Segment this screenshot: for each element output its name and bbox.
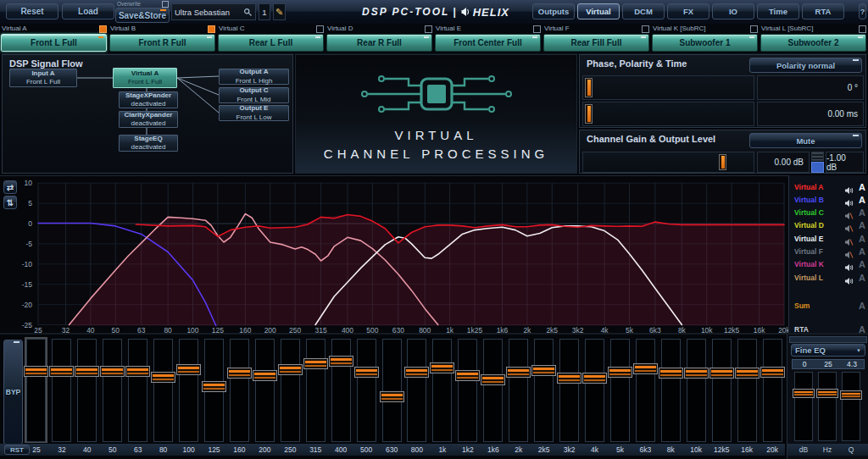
toolbar-button-outputs[interactable]: Outputs [532, 3, 575, 19]
legend-channel-name[interactable]: Virtual D [794, 221, 844, 230]
eq-band-track-40[interactable] [77, 339, 97, 442]
legend-sum-name[interactable]: Sum [794, 301, 856, 310]
channel-tab-subwoofer-1[interactable]: Subwoofer 1 [652, 34, 758, 52]
help-button[interactable]: ? [859, 3, 866, 19]
fine-eq-handle-db[interactable] [793, 389, 815, 398]
eq-band-handle-63[interactable] [125, 366, 150, 377]
eq-band-handle-630[interactable] [380, 391, 404, 402]
eq-band-track-3k2[interactable] [559, 339, 579, 442]
eq-band-handle-80[interactable] [151, 372, 175, 383]
channel-link-checkbox[interactable] [99, 25, 107, 33]
save-store-button[interactable]: Save&Store [115, 8, 170, 23]
mute-toggle-muted[interactable] [844, 247, 856, 256]
channel-tab-front-r-full[interactable]: Front R Full [109, 34, 215, 52]
eq-band-handle-800[interactable] [404, 367, 429, 378]
flow-output-box-2[interactable]: Output CFront L Mid [219, 87, 289, 103]
channel-tab-rear-l-full[interactable]: Rear L Full [218, 34, 324, 52]
solo-button[interactable]: A [856, 234, 865, 244]
channel-link-checkbox[interactable] [859, 25, 866, 33]
time-slider[interactable] [582, 102, 754, 126]
eq-band-track-1k6[interactable] [483, 339, 503, 442]
eq-band-handle-125[interactable] [202, 381, 226, 392]
legend-channel-name[interactable]: Virtual B [794, 196, 844, 204]
eq-band-track-20k[interactable] [763, 339, 782, 442]
eq-band-track-1k2[interactable] [458, 339, 477, 442]
mute-button[interactable]: Mute [749, 133, 862, 148]
eq-band-track-12k5[interactable] [712, 339, 732, 442]
channel-link-checkbox[interactable] [208, 25, 215, 33]
phase-slider-handle[interactable] [585, 78, 593, 97]
legend-channel-name[interactable]: Virtual E [794, 235, 844, 243]
eq-band-handle-400[interactable] [329, 356, 353, 367]
phase-slider[interactable] [582, 75, 754, 100]
eq-band-handle-2k5[interactable] [531, 365, 556, 376]
eq-band-track-25[interactable] [26, 339, 46, 442]
eq-band-track-500[interactable] [357, 339, 376, 442]
eq-band-track-1k[interactable] [432, 339, 452, 442]
mute-toggle-muted[interactable] [844, 208, 856, 217]
channel-tab-front-center-full[interactable]: Front Center Full [435, 34, 541, 52]
solo-button[interactable]: A [856, 246, 865, 257]
channel-link-checkbox[interactable] [533, 25, 541, 33]
eq-band-handle-100[interactable] [176, 364, 201, 375]
load-button[interactable]: Load [62, 3, 114, 19]
flow-output-box-1[interactable]: Output AFront L High [219, 69, 289, 85]
fine-eq-track-db[interactable] [794, 372, 813, 441]
eq-band-handle-50[interactable] [100, 366, 125, 377]
zoom-horizontal-button[interactable]: ⇄ [3, 180, 17, 194]
eq-band-track-100[interactable] [179, 339, 198, 442]
eq-band-handle-5k[interactable] [608, 367, 632, 378]
solo-button[interactable]: A [856, 301, 865, 311]
solo-button[interactable]: A [856, 207, 865, 218]
eq-band-handle-3k2[interactable] [557, 373, 581, 384]
reset-button[interactable]: Reset [6, 3, 58, 19]
eq-band-track-800[interactable] [407, 339, 426, 442]
eq-band-track-16k[interactable] [737, 339, 757, 442]
eq-band-track-8k[interactable] [661, 339, 681, 442]
eq-band-track-400[interactable] [331, 339, 351, 442]
toolbar-button-fx[interactable]: FX [667, 3, 709, 19]
gain-slider-handle[interactable] [719, 154, 726, 170]
flow-input-box[interactable]: Input A Front L Full [9, 69, 77, 87]
eq-band-track-160[interactable] [230, 339, 249, 442]
flow-stage-box-1[interactable]: StageXPanderdeactivated [119, 91, 178, 108]
solo-button[interactable]: A [856, 220, 865, 230]
eq-band-handle-4k[interactable] [582, 373, 607, 384]
channel-tab-rear-fill-full[interactable]: Rear Fill Full [543, 34, 649, 52]
eq-band-handle-25[interactable] [24, 366, 48, 377]
toolbar-button-io[interactable]: IO [712, 3, 754, 19]
eq-band-track-6k3[interactable] [636, 339, 655, 442]
overwrite-checkbox[interactable] [162, 1, 169, 8]
eq-band-track-2k[interactable] [509, 339, 528, 442]
solo-button[interactable]: A [856, 195, 865, 205]
solo-button[interactable]: A [856, 182, 865, 192]
eq-band-track-4k[interactable] [585, 339, 604, 442]
edit-preset-icon[interactable]: ✎ [273, 3, 286, 20]
solo-button[interactable]: A [856, 259, 865, 269]
mute-toggle-muted[interactable] [844, 221, 856, 230]
toolbar-button-rta[interactable]: RTA [802, 3, 844, 19]
flow-stage-box-2[interactable]: ClarityXpanderdeactivated [119, 111, 178, 128]
eq-band-track-200[interactable] [255, 339, 275, 442]
fine-eq-scrollbar[interactable] [789, 336, 867, 343]
eq-band-track-2k5[interactable] [534, 339, 554, 442]
eq-band-track-80[interactable] [153, 339, 173, 442]
fine-eq-track-q[interactable] [842, 372, 860, 441]
legend-channel-name[interactable]: Virtual F [794, 247, 844, 256]
gain-slider[interactable] [582, 152, 754, 173]
toolbar-button-virtual[interactable]: Virtual [577, 3, 620, 19]
legend-channel-name[interactable]: Virtual L [794, 274, 844, 282]
fine-eq-handle-q[interactable] [840, 390, 862, 400]
mute-toggle[interactable] [844, 274, 856, 282]
flow-virtual-box[interactable]: Virtual A Front L Full [113, 68, 177, 88]
eq-band-handle-1k[interactable] [430, 362, 454, 373]
channel-link-checkbox[interactable] [316, 25, 324, 33]
fine-eq-track-hz[interactable] [818, 372, 837, 441]
flow-output-box-3[interactable]: Output EFront L Low [219, 105, 289, 121]
eq-band-track-250[interactable] [281, 339, 300, 442]
eq-band-handle-250[interactable] [278, 364, 303, 375]
channel-tab-front-l-full[interactable]: Front L Full [1, 34, 107, 52]
eq-band-handle-10k[interactable] [684, 368, 709, 379]
mute-toggle-muted[interactable] [844, 235, 856, 243]
eq-band-handle-6k3[interactable] [633, 363, 658, 374]
